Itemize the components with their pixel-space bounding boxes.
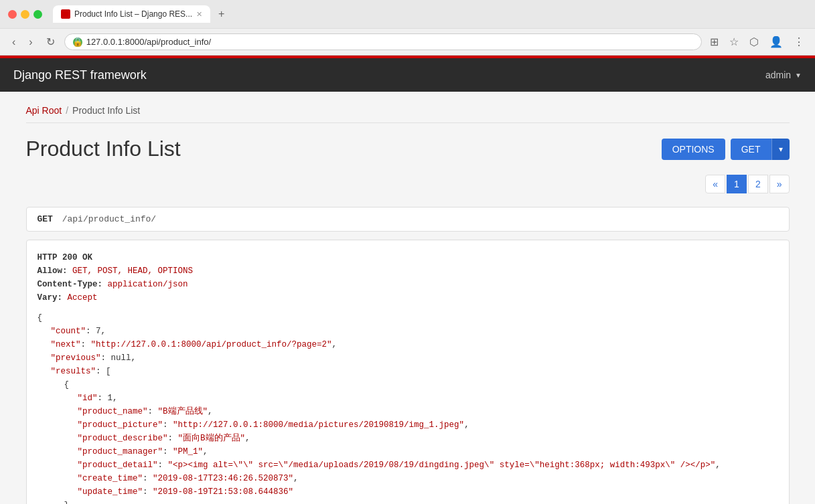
page-2-button[interactable]: 2 (748, 175, 768, 193)
page-title: Product Info List (26, 137, 662, 161)
maximize-dot[interactable] (33, 10, 42, 19)
browser-tab[interactable]: Product Info List – Django RES... ✕ (53, 5, 210, 23)
breadcrumb-current: Product Info List (72, 105, 140, 116)
username: admin (765, 70, 791, 80)
action-buttons: OPTIONS GET ▾ (662, 139, 790, 160)
user-caret-icon: ▼ (795, 72, 802, 79)
page-header: Product Info List OPTIONS GET ▾ (26, 137, 790, 161)
json-item-1-pdesc: "product_describe": "面向B端的产品", (38, 432, 778, 445)
vary-label: Vary: (38, 293, 63, 303)
json-open-brace: { (38, 311, 778, 325)
json-results: "results": [ (38, 365, 778, 378)
allow-label: Allow: (38, 266, 68, 276)
pagination: « 1 2 » (26, 175, 790, 193)
json-body: { "count": 7, "next": "http://127.0.0.1:… (38, 311, 778, 504)
response-status: HTTP 200 OK (38, 251, 778, 264)
json-item-1-pmgr: "product_manager": "PM_1", (38, 445, 778, 458)
response-content-type: Content-Type: application/json (38, 278, 778, 291)
get-dropdown-button[interactable]: ▾ (771, 139, 790, 160)
window-controls (8, 10, 42, 19)
json-next: "next": "http://127.0.0.1:8000/api/produ… (38, 338, 778, 351)
prev-page-button[interactable]: « (705, 175, 725, 193)
status-text: HTTP 200 OK (38, 253, 93, 262)
reload-button[interactable]: ↻ (42, 34, 59, 50)
secure-icon: 🔒 (73, 37, 82, 47)
response-vary: Vary: Accept (38, 291, 778, 305)
back-button[interactable]: ‹ (8, 35, 19, 50)
tab-favicon (61, 9, 70, 19)
breadcrumb: Api Root / Product Info List (26, 105, 790, 123)
tab-close-button[interactable]: ✕ (196, 10, 202, 19)
json-item-1-close: }, (38, 499, 778, 504)
json-item-1-open: { (38, 378, 778, 392)
toolbar-icons: ⊞ ☆ ⬡ 👤 ⋮ (707, 33, 807, 51)
address-bar[interactable]: 🔒 127.0.0.1:8000/api/product_info/ (64, 33, 702, 50)
drf-navbar: Django REST framework admin ▼ (0, 58, 815, 92)
ct-value: application/json (108, 280, 188, 289)
json-item-1-update: "update_time": "2019-08-19T21:53:08.6448… (38, 485, 778, 499)
get-button[interactable]: GET (731, 139, 771, 160)
url-display: 127.0.0.1:8000/api/product_info/ (86, 37, 211, 47)
next-page-button[interactable]: » (769, 175, 790, 193)
request-path: /api/product_info/ (62, 214, 156, 224)
json-count: "count": 7, (38, 325, 778, 338)
request-line: GET /api/product_info/ (26, 207, 790, 232)
json-item-1-create: "create_time": "2019-08-17T23:46:26.5208… (38, 472, 778, 485)
browser-titlebar: Product Info List – Django RES... ✕ + (0, 0, 815, 28)
breadcrumb-root-link[interactable]: Api Root (26, 105, 62, 116)
main-content: Api Root / Product Info List Product Inf… (13, 92, 803, 504)
response-box: HTTP 200 OK Allow: GET, POST, HEAD, OPTI… (26, 240, 790, 504)
options-button[interactable]: OPTIONS (662, 139, 725, 160)
tab-title: Product Info List – Django RES... (74, 9, 192, 19)
user-menu[interactable]: admin ▼ (765, 70, 802, 80)
ct-label: Content-Type: (38, 280, 103, 289)
translate-icon[interactable]: ⊞ (707, 33, 721, 51)
allow-value: GET, POST, HEAD, OPTIONS (72, 266, 193, 276)
browser-toolbar: ‹ › ↻ 🔒 127.0.0.1:8000/api/product_info/… (0, 28, 815, 55)
page-nav: « 1 2 » (705, 175, 789, 193)
json-previous: "previous": null, (38, 351, 778, 365)
json-item-1-pdetail: "product_detail": "<p><img alt=\"\" src=… (38, 458, 778, 472)
forward-button[interactable]: › (25, 35, 36, 50)
profile-icon[interactable]: 👤 (767, 33, 786, 51)
request-method: GET (38, 214, 53, 224)
bookmark-icon[interactable]: ☆ (727, 33, 741, 51)
extensions-icon[interactable]: ⬡ (747, 33, 761, 51)
drf-brand: Django REST framework (13, 68, 765, 82)
close-dot[interactable] (8, 10, 17, 19)
breadcrumb-separator: / (66, 105, 68, 116)
json-item-1-ppic: "product_picture": "http://127.0.0.1:800… (38, 418, 778, 432)
minimize-dot[interactable] (21, 10, 29, 19)
get-button-group: GET ▾ (731, 139, 790, 160)
page-1-button[interactable]: 1 (727, 175, 747, 193)
json-item-1-pname: "product_name": "B端产品线", (38, 405, 778, 418)
response-allow: Allow: GET, POST, HEAD, OPTIONS (38, 264, 778, 278)
menu-icon[interactable]: ⋮ (791, 33, 807, 51)
vary-value: Accept (68, 293, 98, 303)
json-item-1-id: "id": 1, (38, 392, 778, 405)
new-tab-button[interactable]: + (216, 8, 227, 20)
